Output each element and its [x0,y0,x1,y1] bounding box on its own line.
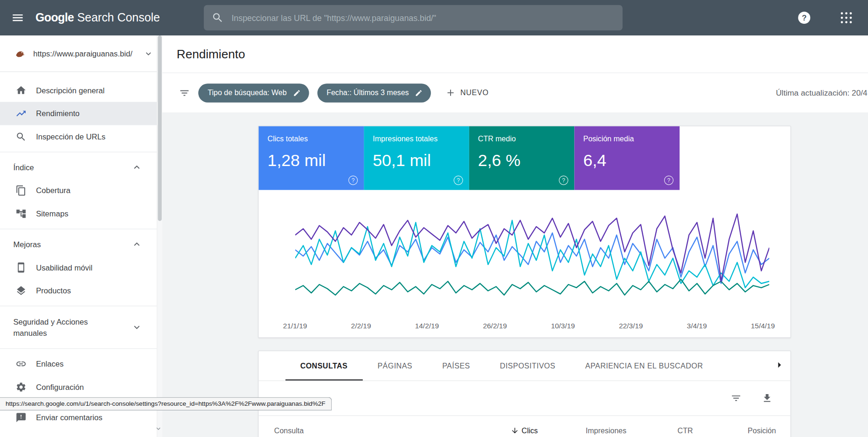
app-logo: Google Search Console [35,11,160,25]
col-header-query[interactable]: Consulta [274,426,455,435]
download-icon[interactable] [762,393,773,404]
sidebar-section-security[interactable]: Seguridad y Acciones manuales [0,310,162,345]
gear-icon [15,382,27,393]
col-header-position[interactable]: Posición [693,426,776,435]
help-icon[interactable]: ? [798,12,810,24]
date-range-chip[interactable]: Fecha:: Últimos 3 meses [317,83,431,102]
metric-card-ctr[interactable]: CTR medio 2,6 % ? [469,126,575,190]
metric-label: Clics totales [268,135,355,143]
metric-card-clicks[interactable]: Clics totales 1,28 mil ? [259,126,364,190]
sidebar-item-url-inspection[interactable]: Inspección de URLs [0,125,162,148]
home-icon [15,85,27,96]
table-header-row: Consulta Clics Impresiones CTR Posición [259,416,791,437]
sidebar: https://www.paraiguanas.bid/ Descripción… [0,35,162,437]
top-bar: Google Search Console ? [0,0,868,35]
help-icon[interactable]: ? [664,175,674,185]
links-icon [15,358,27,369]
content-area: Clics totales 1,28 mil ? Impresiones tot… [162,112,868,437]
metric-value: 1,28 mil [268,151,355,170]
section-label: Índice [14,163,34,172]
sidebar-section-enhancements[interactable]: Mejoras [0,233,162,256]
chevron-down-icon [131,322,142,333]
tab-consultas[interactable]: CONSULTAS [285,351,363,381]
col-header-impressions[interactable]: Impresiones [538,426,626,435]
plus-icon [445,88,456,98]
apps-grid-icon[interactable] [841,12,852,23]
site-favicon [14,48,26,59]
status-bar-url: https://search.google.com/u/1/search-con… [0,397,332,410]
tabs-overflow-arrow-icon[interactable] [773,358,786,374]
col-header-clicks[interactable]: Clics [455,426,538,435]
search-icon [212,12,224,24]
sidebar-nav: Descripción general Rendimiento Inspecci… [0,72,162,429]
feedback-icon [15,412,27,423]
tab-paises[interactable]: PAÍSES [427,351,485,381]
metric-card-impressions[interactable]: Impresiones totales 50,1 mil ? [364,126,469,190]
help-icon[interactable]: ? [454,175,463,185]
sidebar-item-products[interactable]: Productos [0,279,162,303]
sidebar-item-mobile-usability[interactable]: Usabilidad móvil [0,256,162,279]
x-tick: 26/2/19 [483,322,507,330]
filter-bar: Tipo de búsqueda: Web Fecha:: Últimos 3 … [162,73,868,113]
scrollbar-thumb[interactable] [158,35,161,221]
help-icon[interactable]: ? [348,175,358,185]
metric-label: Impresiones totales [373,135,460,143]
x-tick: 3/4/19 [687,322,707,330]
dimensions-panel: CONSULTAS PÁGINAS PAÍSES DISPOSITIVOS AP… [258,351,791,437]
page-title: Rendimiento [177,47,245,61]
url-inspection-searchbar[interactable] [204,5,623,31]
search-input[interactable] [230,13,615,23]
metric-card-position[interactable]: Posición media 6,4 ? [574,126,680,190]
x-tick: 21/1/19 [283,322,307,330]
chip-label: Fecha:: Últimos 3 meses [326,89,409,97]
sidebar-item-sitemaps[interactable]: Sitemaps [0,202,162,225]
x-tick: 2/2/19 [351,322,371,330]
pencil-icon [293,89,301,97]
metric-value: 50,1 mil [373,151,460,170]
filter-icon[interactable] [179,87,190,98]
performance-chart [295,208,770,313]
chip-label: Tipo de búsqueda: Web [208,89,286,97]
sort-desc-icon [511,426,519,435]
search-icon [15,131,27,142]
app-window: Google Search Console ? https://www.para… [0,0,868,437]
coverage-icon [15,185,27,196]
sidebar-item-overview[interactable]: Descripción general [0,79,162,102]
sidebar-item-label: Productos [36,286,71,295]
main-content: Rendimiento Tipo de búsqueda: Web Fecha:… [162,35,868,437]
tab-apariencia[interactable]: APARIENCIA EN EL BUSCADOR [570,351,718,381]
metric-value: 6,4 [583,151,671,170]
metric-value: 2,6 % [478,151,566,170]
filter-icon[interactable] [730,393,742,404]
sidebar-item-coverage[interactable]: Cobertura [0,179,162,202]
sidebar-item-label: Cobertura [36,186,70,195]
chart-x-axis: 21/1/19 2/2/19 14/2/19 26/2/19 10/3/19 2… [283,322,775,330]
performance-icon [15,108,27,119]
tabs-row: CONSULTAS PÁGINAS PAÍSES DISPOSITIVOS AP… [259,351,791,381]
property-selector[interactable]: https://www.paraiguanas.bid/ [0,35,162,72]
page-header: Rendimiento [162,35,868,73]
tab-paginas[interactable]: PÁGINAS [362,351,427,381]
property-url: https://www.paraiguanas.bid/ [33,49,143,58]
new-filter-button[interactable]: NUEVO [445,88,489,98]
sidebar-item-links[interactable]: Enlaces [0,352,162,375]
sidebar-section-index[interactable]: Índice [0,156,162,179]
sitemaps-icon [15,208,27,220]
divider [0,306,162,306]
logo-google: Google [35,11,74,25]
tab-dispositivos[interactable]: DISPOSITIVOS [485,351,570,381]
search-type-chip[interactable]: Tipo de búsqueda: Web [198,83,309,102]
sidebar-scrollbar[interactable] [157,35,162,437]
x-tick: 10/3/19 [551,322,575,330]
x-tick: 22/3/19 [619,322,643,330]
pencil-icon [415,89,423,97]
scroll-down-icon[interactable] [154,425,162,435]
sidebar-item-performance[interactable]: Rendimiento [0,102,162,125]
section-label: Seguridad y Acciones manuales [14,316,113,339]
sidebar-item-label: Rendimiento [36,109,79,118]
metric-label: CTR medio [478,135,566,143]
menu-icon[interactable] [11,11,25,25]
sidebar-item-settings[interactable]: Configuración [0,375,162,399]
help-icon[interactable]: ? [559,175,568,185]
col-header-ctr[interactable]: CTR [626,426,693,435]
